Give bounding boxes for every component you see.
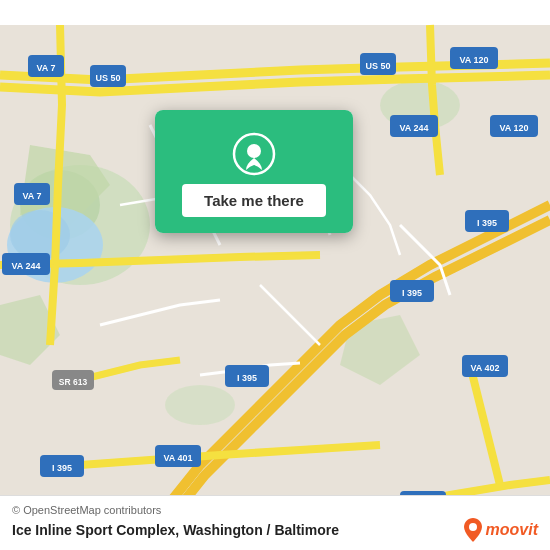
moovit-text: moovit [486,521,538,539]
svg-point-9 [10,210,70,260]
moovit-pin-icon [463,518,483,542]
svg-text:VA 402: VA 402 [470,363,499,373]
svg-text:VA 244: VA 244 [11,261,40,271]
svg-text:I 395: I 395 [477,218,497,228]
svg-text:VA 120: VA 120 [499,123,528,133]
svg-text:VA 244: VA 244 [399,123,428,133]
svg-text:SR 613: SR 613 [59,377,88,387]
svg-text:US 50: US 50 [95,73,120,83]
svg-text:I 395: I 395 [237,373,257,383]
map-container: VA 7 US 50 US 50 VA 120 VA 120 VA 7 VA 2… [0,0,550,550]
popup-card: Take me there [155,110,353,233]
location-name: Ice Inline Sport Complex, Washington / B… [12,522,339,538]
location-pin-icon [232,132,276,176]
svg-text:VA 120: VA 120 [459,55,488,65]
svg-point-44 [469,523,477,531]
svg-text:VA 7: VA 7 [22,191,41,201]
location-info: Ice Inline Sport Complex, Washington / B… [12,518,538,542]
attribution-text: © OpenStreetMap contributors [12,504,538,516]
map-background: VA 7 US 50 US 50 VA 120 VA 120 VA 7 VA 2… [0,0,550,550]
svg-text:VA 401: VA 401 [163,453,192,463]
moovit-logo: moovit [463,518,538,542]
svg-text:I 395: I 395 [52,463,72,473]
take-me-there-button[interactable]: Take me there [182,184,326,217]
svg-text:I 395: I 395 [402,288,422,298]
bottom-bar: © OpenStreetMap contributors Ice Inline … [0,495,550,550]
svg-text:US 50: US 50 [365,61,390,71]
svg-point-6 [165,385,235,425]
svg-point-43 [247,144,261,158]
popup-green-area: Take me there [155,110,353,233]
svg-text:VA 7: VA 7 [36,63,55,73]
